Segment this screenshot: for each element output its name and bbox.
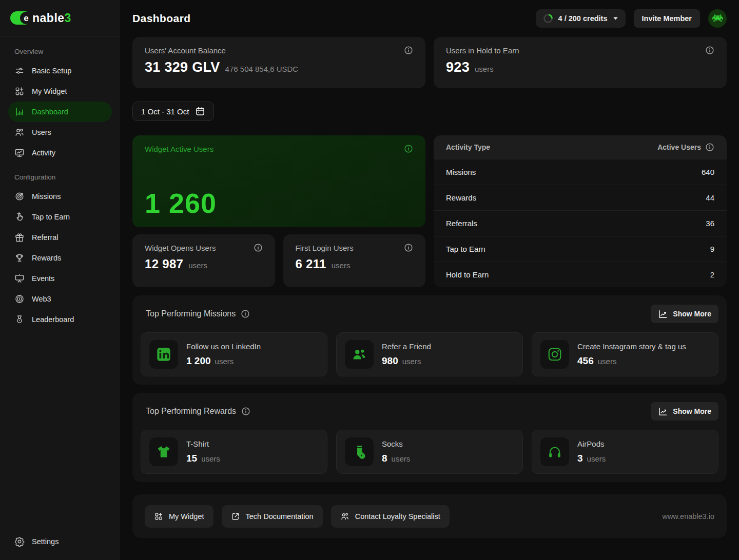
reward-card-socks[interactable]: Socks 8 users: [336, 430, 523, 474]
main-content: Dashboard 4 / 200 credits Invite Member …: [120, 0, 739, 560]
info-icon[interactable]: [705, 143, 714, 152]
sidebar-item-missions[interactable]: Missions: [8, 186, 112, 207]
tap-hand-icon: [14, 212, 25, 222]
mission-unit: users: [215, 357, 234, 366]
activity-row-value: 640: [702, 168, 714, 176]
credits-dropdown[interactable]: 4 / 200 credits: [536, 9, 626, 28]
brand-logo[interactable]: e nable 3: [0, 0, 120, 36]
activity-type-table: Activity Type Active Users Missions 640 …: [434, 135, 727, 287]
widget-active-users-card: Widget Active Users 1 260: [132, 135, 425, 227]
mission-card-linkedin[interactable]: Follow us on LinkedIn 1 200 users: [141, 332, 327, 376]
widget-opens-value: 12 987: [145, 257, 183, 271]
credits-progress-ring-icon: [543, 13, 553, 24]
footer-tech-docs-button[interactable]: Tech Documentation: [222, 505, 323, 528]
top-rewards-title: Top Performing Rewards: [146, 407, 236, 416]
tshirt-icon: [149, 437, 178, 466]
sidebar-item-referral[interactable]: Referral: [8, 227, 112, 248]
widget-active-users-label: Widget Active Users: [145, 145, 213, 153]
info-icon[interactable]: [404, 243, 413, 252]
info-icon[interactable]: [404, 46, 413, 55]
sidebar-item-settings[interactable]: Settings: [8, 531, 112, 552]
mission-value: 980: [382, 355, 398, 367]
chart-up-icon: [658, 407, 668, 416]
table-row: Tap to Earn 9: [434, 236, 727, 262]
info-icon[interactable]: [241, 309, 250, 318]
medal-icon: [14, 314, 25, 325]
activity-row-label: Hold to Earn: [446, 270, 489, 279]
sock-icon: [345, 437, 374, 466]
info-icon[interactable]: [404, 144, 413, 153]
sidebar-item-label: Leaderboard: [32, 315, 74, 324]
widget-icon: [154, 512, 163, 521]
sidebar-item-tap-to-earn[interactable]: Tap to Earn: [8, 207, 112, 227]
sidebar-item-label: My Widget: [32, 87, 67, 95]
page-title: Dashboard: [132, 12, 190, 25]
sidebar-item-label: Activity: [32, 149, 55, 157]
sidebar-item-label: Events: [32, 274, 54, 283]
mission-card-instagram[interactable]: Create Instagram story & tag us 456 user…: [532, 332, 718, 376]
mission-value: 1 200: [186, 355, 211, 367]
footer-my-widget-button[interactable]: My Widget: [145, 505, 213, 528]
brand-logo-e: e: [24, 14, 28, 23]
info-icon[interactable]: [254, 243, 263, 252]
sidebar-item-events[interactable]: Events: [8, 268, 112, 289]
reward-value: 15: [186, 453, 197, 464]
sidebar-item-rewards[interactable]: Rewards: [8, 248, 112, 268]
footer-contact-specialist-button[interactable]: Contact Loyalty Specialist: [331, 505, 450, 528]
sidebar-item-web3[interactable]: Web3: [8, 289, 112, 309]
reward-unit: users: [587, 454, 606, 463]
mission-card-refer-friend[interactable]: Refer a Friend 980 users: [336, 332, 523, 376]
brand-logo-pill: e: [10, 11, 31, 25]
sidebar-item-dashboard[interactable]: Dashboard: [8, 102, 112, 122]
space-invader-icon: [712, 14, 723, 23]
chart-up-icon: [658, 309, 668, 319]
nav-section-configuration: Configuration: [14, 173, 112, 181]
gift-icon: [14, 232, 25, 243]
sidebar-item-leaderboard[interactable]: Leaderboard: [8, 309, 112, 330]
sidebar-item-users[interactable]: Users: [8, 122, 112, 143]
hold-to-earn-card: Users in Hold to Earn 923 users: [434, 37, 727, 88]
avatar[interactable]: [708, 9, 727, 28]
missions-show-more-button[interactable]: Show More: [651, 305, 718, 323]
mission-label: Create Instagram story & tag us: [577, 342, 686, 351]
activity-table-header: Activity Type Active Users: [434, 135, 727, 159]
people-icon: [345, 340, 374, 369]
table-row: Missions 640: [434, 159, 727, 185]
footer-button-label: My Widget: [169, 512, 204, 521]
invite-member-button[interactable]: Invite Member: [634, 9, 701, 28]
sidebar-nav: Overview Basic Setup My Widget Dashboard…: [0, 36, 120, 560]
reward-card-tshirt[interactable]: T-Shirt 15 users: [141, 430, 327, 474]
show-more-label: Show More: [673, 407, 711, 415]
overview-stat-cards: Users' Account Balance 31 329 GLV 476 50…: [132, 37, 727, 88]
rewards-show-more-button[interactable]: Show More: [651, 402, 718, 421]
activity-row-value: 36: [706, 219, 714, 228]
account-balance-label: Users' Account Balance: [145, 46, 226, 55]
first-login-card: First Login Users 6 211 users: [283, 234, 426, 287]
credits-label: 4 / 200 credits: [558, 14, 608, 23]
sub-stat-cards: Widget Opens Users 12 987 users First Lo…: [132, 234, 425, 287]
sidebar-item-activity[interactable]: Activity: [8, 143, 112, 163]
footer-button-label: Tech Documentation: [246, 512, 314, 521]
chevron-down-icon: [613, 16, 618, 21]
sidebar-item-my-widget[interactable]: My Widget: [8, 81, 112, 102]
reward-card-airpods[interactable]: AirPods 3 users: [532, 430, 718, 474]
reward-unit: users: [201, 454, 220, 463]
coin-circle-icon: [14, 294, 25, 304]
info-icon[interactable]: [705, 46, 714, 55]
widget-icon: [14, 86, 25, 96]
activity-row-label: Referrals: [446, 219, 477, 228]
mission-value: 456: [577, 355, 594, 367]
info-icon[interactable]: [241, 407, 250, 416]
mission-tiles: Follow us on LinkedIn 1 200 users Refer …: [141, 332, 718, 376]
sidebar-item-basic-setup[interactable]: Basic Setup: [8, 61, 112, 81]
first-login-unit: users: [332, 261, 351, 270]
activity-row-value: 9: [710, 245, 714, 253]
sidebar-item-label: Dashboard: [32, 108, 68, 116]
activity-row-label: Tap to Earn: [446, 245, 485, 253]
reward-label: T-Shirt: [186, 439, 220, 448]
reward-label: AirPods: [577, 439, 606, 448]
date-range-picker[interactable]: 1 Oct - 31 Oct: [132, 102, 214, 121]
account-balance-card: Users' Account Balance 31 329 GLV 476 50…: [132, 37, 425, 88]
sidebar-item-label: Tap to Earn: [32, 213, 70, 221]
footer-bar: My Widget Tech Documentation Contact Loy…: [132, 494, 727, 538]
